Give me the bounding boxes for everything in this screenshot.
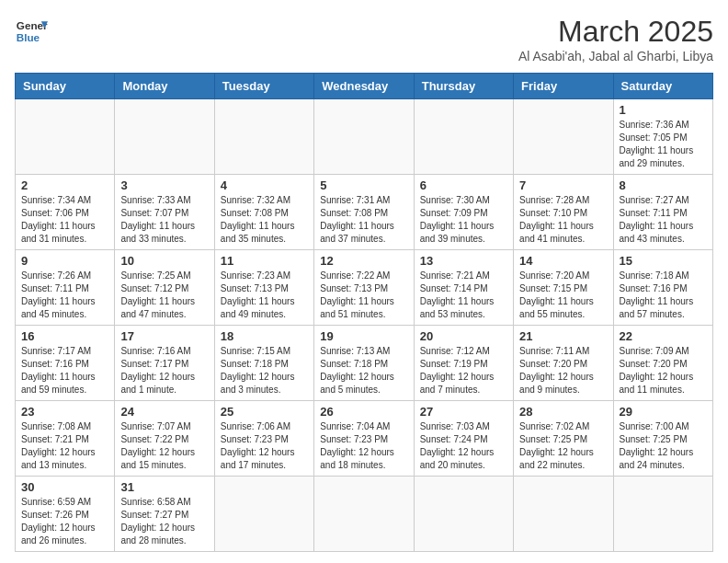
calendar-cell [514,477,613,552]
calendar-cell: 12Sunrise: 7:22 AM Sunset: 7:13 PM Dayli… [314,250,414,326]
calendar-header-friday: Friday [514,74,613,99]
month-title: March 2025 [518,15,713,49]
title-area: March 2025 Al Asabi'ah, Jabal al Gharbi,… [518,15,713,63]
calendar-cell: 7Sunrise: 7:28 AM Sunset: 7:10 PM Daylig… [514,175,613,250]
day-number: 21 [519,329,607,343]
day-info: Sunrise: 7:12 AM Sunset: 7:19 PM Dayligh… [420,345,507,396]
calendar-week-0: 1Sunrise: 7:36 AM Sunset: 7:05 PM Daylig… [16,99,713,175]
calendar-cell [414,477,513,552]
calendar-cell: 19Sunrise: 7:13 AM Sunset: 7:18 PM Dayli… [314,326,414,401]
calendar-week-4: 23Sunrise: 7:08 AM Sunset: 7:21 PM Dayli… [16,401,713,477]
day-info: Sunrise: 7:04 AM Sunset: 7:23 PM Dayligh… [320,420,407,472]
calendar-cell: 15Sunrise: 7:18 AM Sunset: 7:16 PM Dayli… [613,250,712,326]
day-number: 23 [21,405,108,419]
calendar-cell: 1Sunrise: 7:36 AM Sunset: 7:05 PM Daylig… [613,99,712,175]
calendar-week-1: 2Sunrise: 7:34 AM Sunset: 7:06 PM Daylig… [16,175,713,250]
header: General Blue March 2025 Al Asabi'ah, Jab… [15,15,713,63]
day-number: 8 [620,178,707,192]
day-info: Sunrise: 7:20 AM Sunset: 7:15 PM Dayligh… [519,270,607,321]
calendar-cell [414,99,513,175]
calendar-header-tuesday: Tuesday [214,74,313,99]
calendar: SundayMondayTuesdayWednesdayThursdayFrid… [15,73,713,552]
calendar-cell: 16Sunrise: 7:17 AM Sunset: 7:16 PM Dayli… [16,326,115,401]
day-info: Sunrise: 7:07 AM Sunset: 7:22 PM Dayligh… [120,420,208,472]
day-info: Sunrise: 7:21 AM Sunset: 7:14 PM Dayligh… [420,270,507,321]
day-number: 24 [120,405,208,419]
day-number: 28 [519,405,607,419]
day-info: Sunrise: 7:25 AM Sunset: 7:12 PM Dayligh… [120,270,208,321]
day-number: 15 [620,254,707,268]
subtitle: Al Asabi'ah, Jabal al Gharbi, Libya [518,49,713,63]
day-number: 1 [620,103,707,117]
calendar-header-monday: Monday [115,74,214,99]
day-info: Sunrise: 7:16 AM Sunset: 7:17 PM Dayligh… [120,345,208,396]
day-info: Sunrise: 7:17 AM Sunset: 7:16 PM Dayligh… [21,345,108,396]
calendar-cell [314,477,414,552]
day-number: 22 [620,329,707,343]
calendar-cell: 13Sunrise: 7:21 AM Sunset: 7:14 PM Dayli… [414,250,513,326]
day-number: 7 [519,178,607,192]
calendar-cell: 14Sunrise: 7:20 AM Sunset: 7:15 PM Dayli… [514,250,613,326]
calendar-cell: 22Sunrise: 7:09 AM Sunset: 7:20 PM Dayli… [613,326,712,401]
day-info: Sunrise: 7:03 AM Sunset: 7:24 PM Dayligh… [420,420,507,472]
day-number: 3 [120,178,208,192]
day-number: 5 [320,178,407,192]
calendar-cell [115,99,214,175]
day-info: Sunrise: 7:13 AM Sunset: 7:18 PM Dayligh… [320,345,407,396]
calendar-header-sunday: Sunday [16,74,115,99]
day-info: Sunrise: 7:26 AM Sunset: 7:11 PM Dayligh… [21,270,108,321]
day-number: 11 [221,254,308,268]
calendar-cell: 25Sunrise: 7:06 AM Sunset: 7:23 PM Dayli… [214,401,313,477]
day-number: 16 [21,329,108,343]
day-info: Sunrise: 7:02 AM Sunset: 7:25 PM Dayligh… [519,420,607,472]
calendar-header-row: SundayMondayTuesdayWednesdayThursdayFrid… [16,74,713,99]
calendar-cell: 30Sunrise: 6:59 AM Sunset: 7:26 PM Dayli… [16,477,115,552]
day-info: Sunrise: 7:28 AM Sunset: 7:10 PM Dayligh… [519,194,607,246]
calendar-cell: 4Sunrise: 7:32 AM Sunset: 7:08 PM Daylig… [214,175,313,250]
day-number: 9 [21,254,108,268]
svg-text:General: General [17,19,48,31]
day-info: Sunrise: 7:36 AM Sunset: 7:05 PM Dayligh… [620,119,707,170]
calendar-cell: 20Sunrise: 7:12 AM Sunset: 7:19 PM Dayli… [414,326,513,401]
day-number: 30 [21,480,108,494]
day-info: Sunrise: 7:23 AM Sunset: 7:13 PM Dayligh… [221,270,308,321]
calendar-cell: 18Sunrise: 7:15 AM Sunset: 7:18 PM Dayli… [214,326,313,401]
calendar-cell [314,99,414,175]
day-number: 6 [420,178,507,192]
day-info: Sunrise: 7:27 AM Sunset: 7:11 PM Dayligh… [620,194,707,246]
day-info: Sunrise: 7:00 AM Sunset: 7:25 PM Dayligh… [620,420,707,472]
day-info: Sunrise: 7:34 AM Sunset: 7:06 PM Dayligh… [21,194,108,246]
day-number: 26 [320,405,407,419]
calendar-week-3: 16Sunrise: 7:17 AM Sunset: 7:16 PM Dayli… [16,326,713,401]
calendar-cell: 6Sunrise: 7:30 AM Sunset: 7:09 PM Daylig… [414,175,513,250]
calendar-cell: 24Sunrise: 7:07 AM Sunset: 7:22 PM Dayli… [115,401,214,477]
calendar-cell [214,477,313,552]
calendar-cell [214,99,313,175]
calendar-cell: 29Sunrise: 7:00 AM Sunset: 7:25 PM Dayli… [613,401,712,477]
day-number: 29 [620,405,707,419]
calendar-cell: 28Sunrise: 7:02 AM Sunset: 7:25 PM Dayli… [514,401,613,477]
day-number: 12 [320,254,407,268]
calendar-cell: 27Sunrise: 7:03 AM Sunset: 7:24 PM Dayli… [414,401,513,477]
day-number: 14 [519,254,607,268]
calendar-cell [16,99,115,175]
day-number: 17 [120,329,208,343]
svg-text:Blue: Blue [17,31,40,43]
day-info: Sunrise: 7:18 AM Sunset: 7:16 PM Dayligh… [620,270,707,321]
calendar-cell: 17Sunrise: 7:16 AM Sunset: 7:17 PM Dayli… [115,326,214,401]
calendar-cell: 31Sunrise: 6:58 AM Sunset: 7:27 PM Dayli… [115,477,214,552]
calendar-cell: 8Sunrise: 7:27 AM Sunset: 7:11 PM Daylig… [613,175,712,250]
day-info: Sunrise: 7:22 AM Sunset: 7:13 PM Dayligh… [320,270,407,321]
day-number: 27 [420,405,507,419]
day-number: 31 [120,480,208,494]
day-info: Sunrise: 6:59 AM Sunset: 7:26 PM Dayligh… [21,496,108,547]
day-number: 13 [420,254,507,268]
day-number: 18 [221,329,308,343]
day-number: 19 [320,329,407,343]
calendar-cell: 9Sunrise: 7:26 AM Sunset: 7:11 PM Daylig… [16,250,115,326]
calendar-cell [613,477,712,552]
calendar-header-saturday: Saturday [613,74,712,99]
day-info: Sunrise: 7:09 AM Sunset: 7:20 PM Dayligh… [620,345,707,396]
calendar-week-2: 9Sunrise: 7:26 AM Sunset: 7:11 PM Daylig… [16,250,713,326]
day-info: Sunrise: 7:15 AM Sunset: 7:18 PM Dayligh… [221,345,308,396]
